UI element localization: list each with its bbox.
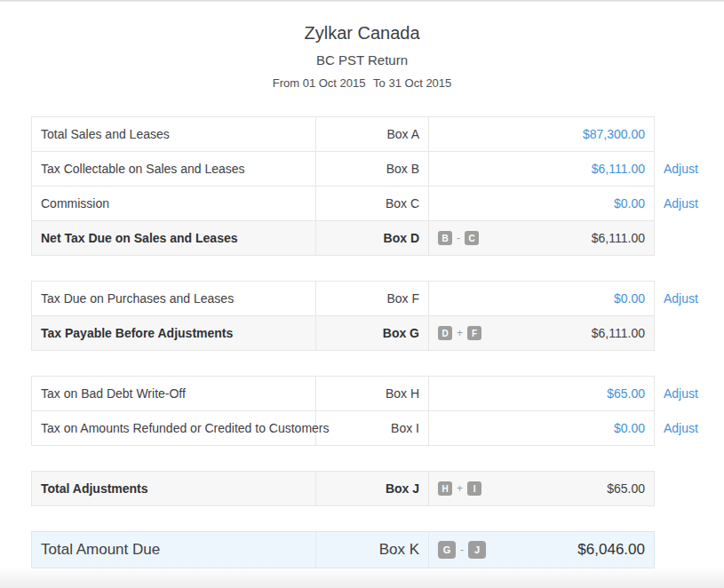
value-cell: $0.00 xyxy=(429,411,654,445)
adjust-link[interactable]: Adjust xyxy=(664,187,698,220)
table-row: Total Sales and LeasesBox A$87,300.00 xyxy=(32,117,654,151)
row-label: Tax Due on Purchases and Leases xyxy=(32,282,316,315)
box-label: Box B xyxy=(316,152,429,186)
amount-value[interactable]: $65.00 xyxy=(607,386,645,401)
operand-badge: C xyxy=(465,231,479,245)
row-label: Commission xyxy=(32,187,316,220)
value-cell: G-J$6,046.00 xyxy=(429,532,654,568)
operand-badge: F xyxy=(467,326,481,340)
amount-value: $6,111.00 xyxy=(592,326,645,340)
box-label: Box K xyxy=(316,532,429,568)
amount-value[interactable]: $0.00 xyxy=(614,291,645,306)
period-from-label: From xyxy=(273,76,299,90)
report-period: From 01 Oct 2015 To 31 Oct 2015 xyxy=(0,76,724,90)
row-label: Tax Payable Before Adjustments xyxy=(32,316,316,350)
box-label: Box F xyxy=(316,282,429,315)
table-row: Total AdjustmentsBox JH+I$65.00 xyxy=(32,472,654,505)
period-from-date: 01 Oct 2015 xyxy=(303,76,366,90)
value-cell: D+F$6,111.00 xyxy=(429,316,654,350)
value-cell: $65.00 xyxy=(429,377,654,410)
row-label: Total Sales and Leases xyxy=(32,117,316,151)
amount-value[interactable]: $6,111.00 xyxy=(592,162,645,176)
table-row: Tax Payable Before AdjustmentsBox GD+F$6… xyxy=(32,315,654,350)
value-cell: $6,111.00 xyxy=(429,152,654,186)
box-label: Box G xyxy=(316,316,429,350)
amount-value: $65.00 xyxy=(607,481,645,496)
tax-table-section: Total Amount DueBox KG-J$6,046.00 xyxy=(31,531,655,568)
table-row: Net Tax Due on Sales and LeasesBox DB-C$… xyxy=(32,220,654,255)
row-label: Total Amount Due xyxy=(32,532,316,568)
formula: B-C xyxy=(438,231,479,245)
period-to-date: 31 Oct 2015 xyxy=(388,76,451,90)
report-title: BC PST Return xyxy=(0,52,724,68)
value-cell: $87,300.00 xyxy=(429,117,654,151)
operand-badge: J xyxy=(468,541,486,559)
row-label: Tax Collectable on Sales and Leases xyxy=(32,152,316,186)
formula: H+I xyxy=(438,481,481,496)
box-label: Box D xyxy=(316,221,429,255)
row-label: Tax on Bad Debt Write-Off xyxy=(32,377,316,410)
operand-badge: H xyxy=(438,481,452,496)
table-row: Tax Due on Purchases and LeasesBox F$0.0… xyxy=(32,282,654,315)
adjust-link[interactable]: Adjust xyxy=(664,377,698,410)
operand-badge: I xyxy=(467,481,481,496)
box-label: Box I xyxy=(316,411,429,445)
formula: D+F xyxy=(438,326,481,340)
row-label: Net Tax Due on Sales and Leases xyxy=(32,221,316,255)
amount-value[interactable]: $0.00 xyxy=(614,421,645,435)
panel-top-edge xyxy=(0,0,724,2)
box-label: Box A xyxy=(316,117,429,151)
row-label: Total Adjustments xyxy=(32,472,316,505)
amount-value: $6,111.00 xyxy=(592,231,645,245)
operand-badge: D xyxy=(438,326,452,340)
adjust-link[interactable]: Adjust xyxy=(664,152,698,186)
table-row: Total Amount DueBox KG-J$6,046.00 xyxy=(32,532,654,568)
tax-table-section: Tax Due on Purchases and LeasesBox F$0.0… xyxy=(31,281,655,351)
tax-table-section: Tax on Bad Debt Write-OffBox H$65.00Adju… xyxy=(31,376,655,446)
tax-table-section: Total AdjustmentsBox JH+I$65.00 xyxy=(31,471,655,506)
formula-operator: + xyxy=(457,482,463,495)
amount-value: $6,046.00 xyxy=(577,541,645,559)
tax-table-section: Total Sales and LeasesBox A$87,300.00Tax… xyxy=(31,116,655,256)
formula-operator: - xyxy=(457,232,460,244)
amount-value[interactable]: $87,300.00 xyxy=(583,127,645,141)
table-row: Tax on Amounts Refunded or Credited to C… xyxy=(32,410,654,445)
row-label: Tax on Amounts Refunded or Credited to C… xyxy=(32,411,316,445)
table-row: Tax Collectable on Sales and LeasesBox B… xyxy=(32,151,654,186)
period-to-label: To xyxy=(373,76,386,90)
operand-badge: G xyxy=(438,541,456,559)
table-row: Tax on Bad Debt Write-OffBox H$65.00Adju… xyxy=(32,377,654,410)
operand-badge: B xyxy=(438,231,452,245)
amount-value[interactable]: $0.00 xyxy=(614,196,645,211)
page-bottom-shadow xyxy=(0,567,724,588)
adjust-link[interactable]: Adjust xyxy=(664,282,698,315)
formula: G-J xyxy=(438,541,486,559)
box-label: Box H xyxy=(316,377,429,410)
value-cell: H+I$65.00 xyxy=(429,472,654,505)
table-row: CommissionBox C$0.00Adjust xyxy=(32,186,654,220)
report-header: Zylkar Canada BC PST Return From 01 Oct … xyxy=(0,0,724,90)
formula-operator: - xyxy=(460,544,464,556)
value-cell: B-C$6,111.00 xyxy=(429,221,654,255)
formula-operator: + xyxy=(457,327,463,339)
box-label: Box J xyxy=(316,472,429,505)
value-cell: $0.00 xyxy=(429,187,654,220)
box-label: Box C xyxy=(316,187,429,220)
adjust-link[interactable]: Adjust xyxy=(664,411,698,445)
company-name: Zylkar Canada xyxy=(0,23,724,44)
value-cell: $0.00 xyxy=(429,282,654,315)
tax-tables: Total Sales and LeasesBox A$87,300.00Tax… xyxy=(31,116,653,568)
